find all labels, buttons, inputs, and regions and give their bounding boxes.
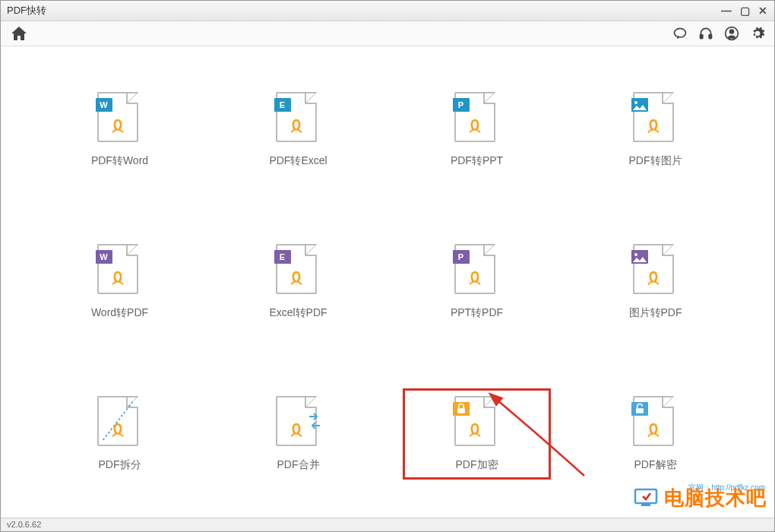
format-badge: E	[274, 98, 291, 112]
tile-to-format[interactable]: WPDF转Word	[46, 84, 194, 176]
format-badge: P	[453, 250, 470, 264]
tile-icon	[633, 396, 679, 449]
titlebar: PDF快转 — ▢ ✕	[1, 1, 774, 21]
toolbar	[1, 21, 774, 46]
tile-icon	[633, 244, 679, 297]
tile-icon: W	[97, 244, 143, 297]
tile-from-image[interactable]: 图片转PDF	[581, 236, 729, 328]
close-button[interactable]: ✕	[758, 5, 768, 16]
svg-point-0	[675, 28, 686, 37]
tile-label: PPT转PDF	[451, 306, 503, 320]
tile-label: Excel转PDF	[269, 306, 327, 320]
svg-rect-11	[641, 503, 650, 506]
svg-rect-10	[635, 489, 656, 503]
svg-rect-1	[701, 35, 703, 39]
version-label: v2.0.6.62	[7, 520, 41, 529]
tile-merge[interactable]: PDF合并	[224, 388, 372, 480]
tile-label: PDF转Word	[91, 154, 148, 168]
tile-icon	[276, 396, 321, 449]
tile-label: PDF合并	[277, 458, 320, 472]
svg-point-5	[634, 101, 637, 104]
tile-icon: E	[276, 244, 321, 297]
watermark: 电脑技术吧	[632, 485, 767, 511]
lock-icon	[453, 402, 470, 416]
watermark-text: 电脑技术吧	[664, 485, 767, 511]
tile-label: PDF加密	[456, 458, 498, 472]
svg-point-6	[634, 253, 637, 256]
tile-icon	[454, 396, 500, 449]
tile-icon: P	[454, 244, 500, 297]
content-area: WPDF转WordEPDF转ExcelPPDF转PPTPDF转图片WWord转P…	[1, 46, 774, 518]
tile-label: PDF拆分	[99, 458, 141, 472]
user-icon[interactable]	[724, 26, 739, 41]
format-badge: E	[274, 250, 291, 264]
window-title: PDF快转	[7, 4, 721, 17]
headphones-icon[interactable]	[698, 26, 713, 41]
unlock-icon	[631, 402, 648, 416]
tile-label: PDF转PPT	[451, 154, 503, 168]
tile-label: PDF解密	[634, 458, 677, 472]
tile-icon	[97, 396, 143, 449]
image-icon	[631, 250, 648, 264]
format-badge: W	[96, 250, 112, 264]
svg-rect-9	[636, 408, 644, 413]
format-badge: P	[453, 98, 470, 112]
tile-label: 图片转PDF	[629, 306, 682, 320]
tile-icon: P	[454, 92, 500, 145]
svg-rect-8	[457, 408, 465, 413]
tile-from-format[interactable]: WWord转PDF	[46, 236, 194, 328]
svg-rect-2	[709, 35, 711, 39]
tile-from-format[interactable]: EExcel转PDF	[224, 236, 372, 328]
tile-label: PDF转Excel	[269, 154, 327, 168]
tile-decrypt[interactable]: PDF解密	[581, 388, 729, 480]
tile-to-format[interactable]: PPDF转PPT	[403, 84, 551, 176]
maximize-button[interactable]: ▢	[739, 5, 750, 16]
tile-label: PDF转图片	[629, 154, 682, 168]
image-icon	[631, 98, 648, 112]
tile-label: Word转PDF	[91, 306, 148, 320]
tile-encrypt[interactable]: PDF加密	[403, 388, 551, 480]
tile-icon	[633, 92, 679, 145]
tile-icon: E	[276, 92, 321, 145]
svg-point-4	[730, 30, 734, 33]
tile-icon: W	[97, 92, 143, 145]
format-badge: W	[96, 98, 112, 112]
tile-from-format[interactable]: PPPT转PDF	[403, 236, 551, 328]
gear-icon[interactable]	[750, 26, 765, 41]
tile-to-format[interactable]: EPDF转Excel	[224, 84, 372, 176]
tile-split[interactable]: PDF拆分	[46, 388, 194, 480]
chat-icon[interactable]	[672, 26, 688, 41]
tile-to-image[interactable]: PDF转图片	[581, 84, 729, 176]
minimize-button[interactable]: —	[721, 5, 732, 16]
statusbar: v2.0.6.62	[1, 518, 774, 531]
home-button[interactable]	[10, 24, 28, 43]
